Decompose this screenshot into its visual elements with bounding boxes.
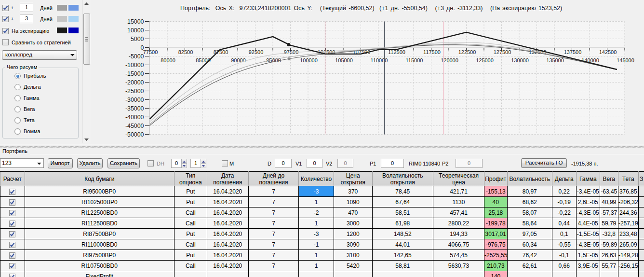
svg-text:10000: 10000 bbox=[127, 27, 144, 34]
svg-text:15000: 15000 bbox=[127, 18, 144, 25]
svg-text:92500: 92500 bbox=[249, 49, 264, 55]
svg-text:105000: 105000 bbox=[335, 57, 353, 63]
svg-text:120000: 120000 bbox=[441, 57, 458, 63]
svg-text:5000: 5000 bbox=[131, 36, 144, 42]
svg-text:-15000: -15000 bbox=[125, 70, 144, 77]
svg-text:117500: 117500 bbox=[423, 49, 441, 55]
svg-text:145000: 145000 bbox=[617, 57, 634, 63]
svg-text:85000: 85000 bbox=[196, 57, 211, 63]
svg-text:-35000: -35000 bbox=[125, 105, 144, 112]
svg-text:-10000: -10000 bbox=[125, 62, 144, 69]
svg-text:130000: 130000 bbox=[511, 57, 529, 63]
svg-text:100000: 100000 bbox=[300, 57, 318, 63]
svg-text:90000: 90000 bbox=[231, 57, 246, 63]
svg-text:-30000: -30000 bbox=[125, 97, 144, 103]
svg-text:97500: 97500 bbox=[284, 49, 299, 55]
svg-text:125000: 125000 bbox=[476, 57, 494, 63]
svg-text:-5000: -5000 bbox=[129, 53, 144, 60]
svg-text:122500: 122500 bbox=[458, 49, 476, 55]
svg-text:135000: 135000 bbox=[546, 57, 564, 63]
svg-text:82500: 82500 bbox=[178, 49, 193, 55]
svg-text:137500: 137500 bbox=[564, 49, 582, 55]
svg-text:-45000: -45000 bbox=[125, 123, 144, 129]
svg-text:-40000: -40000 bbox=[125, 114, 144, 121]
svg-text:77500: 77500 bbox=[143, 49, 158, 55]
svg-text:-20000: -20000 bbox=[125, 79, 144, 86]
svg-text:-50000: -50000 bbox=[125, 131, 144, 138]
svg-text:-25000: -25000 bbox=[125, 88, 144, 95]
svg-text:142500: 142500 bbox=[599, 49, 617, 55]
svg-text:115000: 115000 bbox=[406, 57, 423, 63]
svg-text:110000: 110000 bbox=[371, 57, 388, 63]
svg-text:127500: 127500 bbox=[494, 49, 511, 55]
svg-text:80000: 80000 bbox=[161, 57, 175, 63]
